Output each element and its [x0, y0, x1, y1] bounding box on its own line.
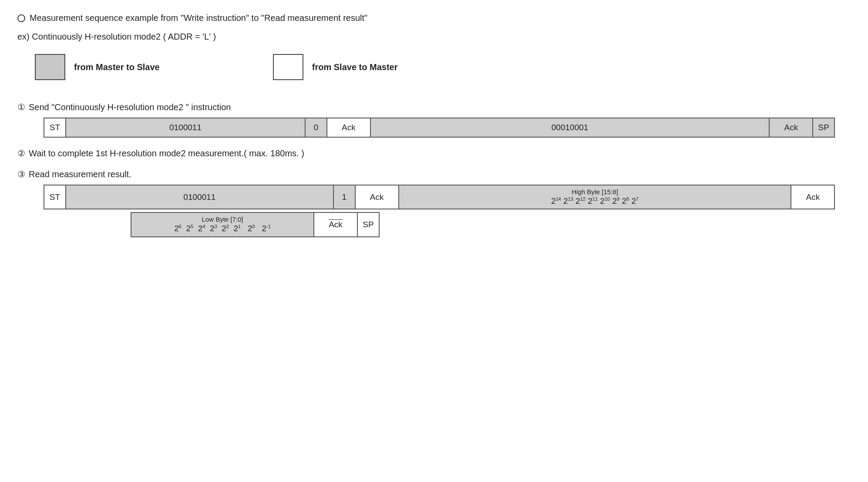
cell-nack: Ack — [314, 212, 357, 236]
table-row: ST 0100011 0 Ack 00010001 Ack SP — [44, 118, 834, 137]
step1-num: ① — [17, 102, 25, 112]
step3-table-row2: Low Byte [7:0] 26 25 24 23 22 21 20 2-1 … — [131, 212, 380, 237]
legend-empty-box — [273, 54, 303, 80]
step1-table: ST 0100011 0 Ack 00010001 Ack SP — [44, 118, 835, 138]
legend-row: from Master to Slave from Slave to Maste… — [35, 54, 851, 80]
table-row: Low Byte [7:0] 26 25 24 23 22 21 20 2-1 … — [131, 212, 379, 236]
bullet-circle-icon — [17, 14, 25, 22]
step2-text: Wait to complete 1st H-resolution mode2 … — [29, 148, 304, 158]
legend-slave: from Slave to Master — [273, 54, 398, 80]
step3-table-row1: ST 0100011 1 Ack High Byte [15:8] 214 21… — [44, 185, 835, 209]
step3-lowbyte-wrapper: Low Byte [7:0] 26 25 24 23 22 21 20 2-1 … — [131, 212, 851, 237]
cell-sp: SP — [813, 118, 834, 137]
step1-text: Send "Continuously H-resolution mode2 " … — [29, 102, 231, 112]
title-section: Measurement sequence example from "Write… — [17, 13, 851, 23]
cell-addr2: 0100011 — [66, 185, 333, 209]
legend-master-label: from Master to Slave — [74, 62, 160, 72]
title-text: Measurement sequence example from "Write… — [30, 13, 367, 23]
legend-master: from Master to Slave — [35, 54, 160, 80]
cell-st2: ST — [44, 185, 66, 209]
table-row: ST 0100011 1 Ack High Byte [15:8] 214 21… — [44, 185, 834, 209]
step2-title: ② Wait to complete 1st H-resolution mode… — [17, 148, 851, 158]
step1-section: ① Send "Continuously H-resolution mode2 … — [17, 102, 851, 138]
legend-filled-box — [35, 54, 65, 80]
step1-title: ① Send "Continuously H-resolution mode2 … — [17, 102, 851, 112]
cell-lowbyte: Low Byte [7:0] 26 25 24 23 22 21 20 2-1 — [131, 212, 314, 236]
cell-st: ST — [44, 118, 66, 137]
cell-ack2: Ack — [769, 118, 813, 137]
cell-ack1: Ack — [327, 118, 370, 137]
step3-text: Read measurement result. — [29, 169, 131, 179]
cell-sp2: SP — [357, 212, 379, 236]
cell-data: 00010001 — [370, 118, 769, 137]
step2-section: ② Wait to complete 1st H-resolution mode… — [17, 148, 851, 158]
step3-title: ③ Read measurement result. — [17, 169, 851, 179]
cell-rw: 0 — [305, 118, 327, 137]
step3-num: ③ — [17, 169, 25, 179]
cell-ack3: Ack — [355, 185, 399, 209]
cell-addr: 0100011 — [66, 118, 305, 137]
cell-highbyte: High Byte [15:8] 214 213 212 211 210 29 … — [399, 185, 791, 209]
step3-section: ③ Read measurement result. ST 0100011 1 … — [17, 169, 851, 237]
legend-slave-label: from Slave to Master — [312, 62, 398, 72]
example-line: ex) Continuously H-resolution mode2 ( AD… — [17, 32, 851, 42]
step2-num: ② — [17, 148, 25, 158]
cell-rw2: 1 — [333, 185, 355, 209]
cell-ack4: Ack — [791, 185, 834, 209]
